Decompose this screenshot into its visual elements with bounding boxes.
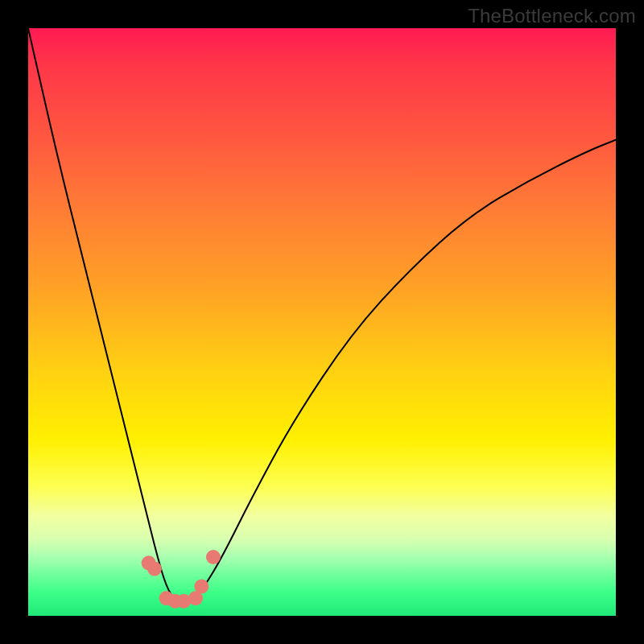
curve-marker <box>194 580 208 594</box>
curve-marker <box>206 550 221 564</box>
plot-area <box>28 28 616 616</box>
curve-marker <box>147 562 162 576</box>
watermark-text: TheBottleneck.com <box>468 5 636 27</box>
bottleneck-curve <box>28 28 616 603</box>
chart-svg <box>28 28 616 616</box>
outer-frame: TheBottleneck.com <box>0 0 644 644</box>
